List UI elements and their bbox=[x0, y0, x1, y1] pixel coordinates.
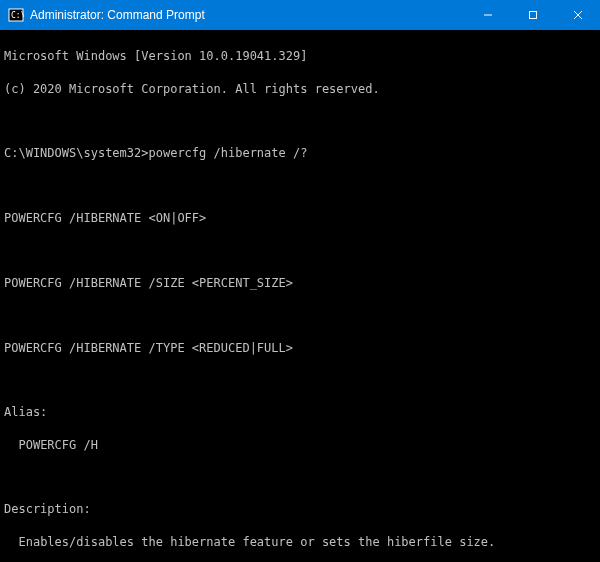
usage-line: POWERCFG /HIBERNATE /TYPE <REDUCED|FULL> bbox=[4, 340, 596, 356]
window-controls bbox=[465, 0, 600, 30]
usage-line: POWERCFG /HIBERNATE /SIZE <PERCENT_SIZE> bbox=[4, 275, 596, 291]
alias-value: POWERCFG /H bbox=[4, 437, 596, 453]
blank-line bbox=[4, 307, 596, 323]
blank-line bbox=[4, 242, 596, 258]
blank-line bbox=[4, 178, 596, 194]
svg-rect-3 bbox=[529, 12, 536, 19]
terminal-output[interactable]: Microsoft Windows [Version 10.0.19041.32… bbox=[0, 30, 600, 562]
minimize-button[interactable] bbox=[465, 0, 510, 30]
description-value: Enables/disables the hibernate feature o… bbox=[4, 534, 596, 550]
blank-line bbox=[4, 113, 596, 129]
prompt-command: powercfg /hibernate /? bbox=[149, 145, 308, 161]
description-header: Description: bbox=[4, 501, 596, 517]
svg-text:C:\: C:\ bbox=[11, 11, 24, 20]
maximize-button[interactable] bbox=[510, 0, 555, 30]
copyright-line: (c) 2020 Microsoft Corporation. All righ… bbox=[4, 81, 596, 97]
alias-header: Alias: bbox=[4, 404, 596, 420]
command-prompt-window: C:\ Administrator: Command Prompt Micros… bbox=[0, 0, 600, 562]
blank-line bbox=[4, 469, 596, 485]
blank-line bbox=[4, 372, 596, 388]
prompt-path: C:\WINDOWS\system32> bbox=[4, 145, 149, 161]
version-line: Microsoft Windows [Version 10.0.19041.32… bbox=[4, 48, 596, 64]
prompt-line-1: C:\WINDOWS\system32>powercfg /hibernate … bbox=[4, 145, 596, 161]
cmd-icon: C:\ bbox=[8, 7, 24, 23]
titlebar: C:\ Administrator: Command Prompt bbox=[0, 0, 600, 30]
usage-line: POWERCFG /HIBERNATE <ON|OFF> bbox=[4, 210, 596, 226]
window-title: Administrator: Command Prompt bbox=[30, 8, 465, 22]
close-button[interactable] bbox=[555, 0, 600, 30]
